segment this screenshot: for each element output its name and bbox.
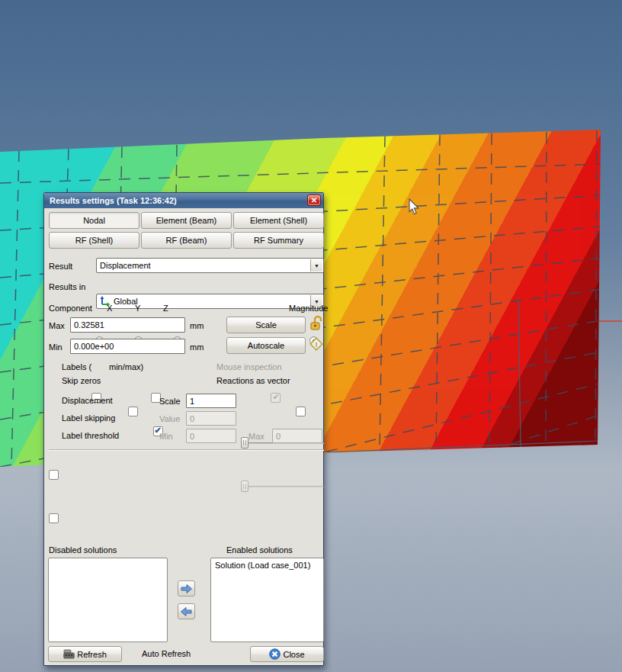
autoscale-button[interactable]: Autoscale xyxy=(226,337,306,354)
max-unit: mm xyxy=(190,321,204,330)
result-combobox[interactable]: Displacement ▼ xyxy=(96,258,324,273)
slider-groove xyxy=(241,486,324,487)
disabled-solutions-label: Disabled solutions xyxy=(49,545,117,555)
reactions-vector-label: Reactions as vector xyxy=(216,376,290,385)
arrow-left-icon xyxy=(180,606,193,617)
tab-label: Nodal xyxy=(83,216,105,225)
tab-element-shell[interactable]: Element (Shell) xyxy=(233,212,324,229)
dialog-title: Results settings (Task 12:36:42) xyxy=(50,196,177,205)
result-label: Result xyxy=(49,262,72,271)
tab-element-beam[interactable]: Element (Beam) xyxy=(141,212,232,229)
disabled-solutions-list[interactable] xyxy=(48,558,168,642)
slider-handle[interactable] xyxy=(241,437,248,449)
tab-label: Element (Shell) xyxy=(250,216,307,225)
dialog-titlebar[interactable]: Results settings (Task 12:36:42) xyxy=(44,193,323,208)
mouse-inspection-checkbox xyxy=(271,393,281,403)
component-label: Component xyxy=(49,304,92,313)
refresh-icon xyxy=(63,649,75,659)
tab-nodal[interactable]: Nodal xyxy=(49,212,139,229)
tab-rf-beam[interactable]: RF (Beam) xyxy=(141,232,232,249)
svg-text:!: ! xyxy=(316,341,318,349)
threshold-max-label: Max xyxy=(248,432,265,441)
unlock-icon[interactable] xyxy=(309,315,323,332)
move-left-button[interactable] xyxy=(178,603,195,619)
move-right-button[interactable] xyxy=(178,580,195,596)
enabled-solutions-list[interactable]: Solution (Load case_001) xyxy=(210,558,324,642)
mouse-cursor xyxy=(409,198,421,215)
max-label: Max xyxy=(49,321,65,330)
value-field-label: Value xyxy=(159,414,180,423)
displacement-label: Displacement xyxy=(62,396,113,405)
tab-label: RF (Beam) xyxy=(166,236,207,245)
refresh-label: Refresh xyxy=(77,650,107,659)
arrow-right-icon xyxy=(180,584,193,594)
threshold-max-input: 0 xyxy=(272,429,322,443)
tab-label: RF Summary xyxy=(254,236,303,245)
labels-label: Labels ( xyxy=(62,362,91,371)
result-value: Displacement xyxy=(100,261,151,270)
value-slider xyxy=(241,479,324,494)
close-circle-icon xyxy=(269,648,281,660)
label-skipping-label: Label skipping xyxy=(62,413,115,423)
refresh-button[interactable]: Refresh xyxy=(48,646,122,662)
tab-rf-shell[interactable]: RF (Shell) xyxy=(49,232,139,249)
radio-z-label: Z xyxy=(163,304,168,313)
radio-magnitude-label: Magnitude xyxy=(289,304,328,313)
minmax-label: min/max) xyxy=(109,362,143,371)
scale-button[interactable]: Scale xyxy=(226,317,306,333)
slider-handle xyxy=(241,481,248,492)
min-input[interactable]: 0.000e+00 xyxy=(70,339,185,354)
chevron-down-icon[interactable]: ▼ xyxy=(310,259,322,272)
label-threshold-checkbox[interactable] xyxy=(49,513,59,523)
enabled-solutions-label: Enabled solutions xyxy=(226,545,293,555)
tab-label: Element (Beam) xyxy=(156,216,216,225)
label-threshold-label: Label threshold xyxy=(62,431,119,440)
results-settings-dialog: Results settings (Task 12:36:42) ✕ Nodal… xyxy=(43,192,324,666)
threshold-min-label: Min xyxy=(159,432,173,441)
list-item[interactable]: Solution (Load case_001) xyxy=(211,558,323,572)
tab-rf-summary[interactable]: RF Summary xyxy=(233,232,324,249)
close-label: Close xyxy=(283,650,304,659)
skip-zeros-label: Skip zeros xyxy=(62,376,101,385)
max-input[interactable]: 0.32581 xyxy=(70,317,185,333)
scale-input[interactable]: 1 xyxy=(186,394,236,408)
min-unit: mm xyxy=(190,342,204,352)
reactions-vector-checkbox[interactable] xyxy=(296,407,306,416)
tab-label: RF (Shell) xyxy=(75,236,114,245)
skip-zeros-checkbox[interactable] xyxy=(128,407,138,416)
close-icon[interactable]: ✕ xyxy=(307,195,321,206)
radio-y-label: Y xyxy=(135,304,140,313)
min-label: Min xyxy=(49,342,63,352)
value-input: 0 xyxy=(186,411,236,426)
close-button[interactable]: Close xyxy=(250,646,324,662)
warning-diamond-icon: ! xyxy=(309,336,324,352)
results-in-label: Results in xyxy=(49,282,85,291)
mouse-inspection-label: Mouse inspection xyxy=(216,362,282,371)
label-skipping-checkbox[interactable] xyxy=(49,470,59,480)
threshold-min-input: 0 xyxy=(186,429,236,443)
divider xyxy=(49,449,324,451)
scale-field-label: Scale xyxy=(159,397,181,406)
radio-x-label: X xyxy=(107,304,112,313)
auto-refresh-label: Auto Refresh xyxy=(142,649,191,658)
